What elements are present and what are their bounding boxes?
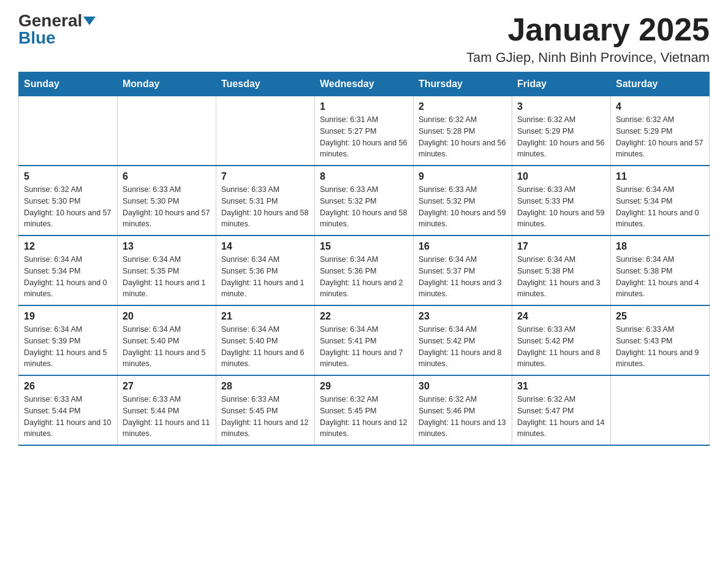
header-sunday: Sunday [19, 72, 118, 96]
day-info: Sunrise: 6:34 AMSunset: 5:41 PMDaylight:… [320, 324, 408, 370]
day-info: Sunrise: 6:34 AMSunset: 5:34 PMDaylight:… [24, 254, 112, 300]
header-tuesday: Tuesday [216, 72, 315, 96]
calendar-cell: 8Sunrise: 6:33 AMSunset: 5:32 PMDaylight… [315, 166, 414, 236]
logo-general-text: General [18, 12, 96, 29]
calendar-cell: 5Sunrise: 6:32 AMSunset: 5:30 PMDaylight… [19, 166, 118, 236]
day-number: 31 [517, 381, 605, 392]
day-number: 5 [24, 171, 112, 182]
day-number: 23 [419, 311, 507, 322]
calendar-cell: 12Sunrise: 6:34 AMSunset: 5:34 PMDayligh… [19, 236, 118, 305]
day-number: 17 [517, 241, 605, 252]
calendar-cell [611, 375, 710, 445]
day-info: Sunrise: 6:34 AMSunset: 5:40 PMDaylight:… [123, 324, 211, 370]
page-header: General Blue January 2025 Tam GJiep, Nin… [18, 12, 710, 66]
day-number: 6 [123, 171, 211, 182]
day-info: Sunrise: 6:32 AMSunset: 5:29 PMDaylight:… [517, 114, 605, 160]
calendar-cell [19, 96, 118, 166]
day-info: Sunrise: 6:33 AMSunset: 5:45 PMDaylight:… [221, 394, 309, 440]
day-number: 18 [616, 241, 704, 252]
day-number: 13 [123, 241, 211, 252]
day-number: 9 [419, 171, 507, 182]
day-info: Sunrise: 6:31 AMSunset: 5:27 PMDaylight:… [320, 114, 408, 160]
day-info: Sunrise: 6:34 AMSunset: 5:39 PMDaylight:… [24, 324, 112, 370]
calendar-cell: 9Sunrise: 6:33 AMSunset: 5:32 PMDaylight… [414, 166, 512, 236]
calendar-cell: 15Sunrise: 6:34 AMSunset: 5:36 PMDayligh… [315, 236, 414, 305]
day-info: Sunrise: 6:32 AMSunset: 5:47 PMDaylight:… [517, 394, 605, 440]
header-thursday: Thursday [414, 72, 512, 96]
calendar-cell: 13Sunrise: 6:34 AMSunset: 5:35 PMDayligh… [118, 236, 216, 305]
calendar-cell [118, 96, 216, 166]
day-number: 24 [517, 311, 605, 322]
calendar-cell: 11Sunrise: 6:34 AMSunset: 5:34 PMDayligh… [611, 166, 710, 236]
day-number: 1 [320, 101, 408, 112]
logo: General Blue [18, 12, 96, 47]
week-row-1: 1Sunrise: 6:31 AMSunset: 5:27 PMDaylight… [19, 96, 710, 166]
logo-triangle-icon [83, 17, 96, 25]
week-row-4: 19Sunrise: 6:34 AMSunset: 5:39 PMDayligh… [19, 305, 710, 375]
header-saturday: Saturday [611, 72, 710, 96]
day-number: 12 [24, 241, 112, 252]
day-info: Sunrise: 6:34 AMSunset: 5:40 PMDaylight:… [221, 324, 309, 370]
calendar-cell: 16Sunrise: 6:34 AMSunset: 5:37 PMDayligh… [414, 236, 512, 305]
calendar-cell: 26Sunrise: 6:33 AMSunset: 5:44 PMDayligh… [19, 375, 118, 445]
day-info: Sunrise: 6:32 AMSunset: 5:45 PMDaylight:… [320, 394, 408, 440]
day-info: Sunrise: 6:32 AMSunset: 5:28 PMDaylight:… [419, 114, 507, 160]
calendar-title: January 2025 [466, 12, 710, 47]
calendar-cell: 24Sunrise: 6:33 AMSunset: 5:42 PMDayligh… [512, 305, 611, 375]
calendar-cell: 7Sunrise: 6:33 AMSunset: 5:31 PMDaylight… [216, 166, 315, 236]
day-info: Sunrise: 6:34 AMSunset: 5:37 PMDaylight:… [419, 254, 507, 300]
day-number: 11 [616, 171, 704, 182]
title-block: January 2025 Tam GJiep, Ninh Binh Provin… [466, 12, 710, 66]
calendar-cell: 28Sunrise: 6:33 AMSunset: 5:45 PMDayligh… [216, 375, 315, 445]
week-row-2: 5Sunrise: 6:32 AMSunset: 5:30 PMDaylight… [19, 166, 710, 236]
day-number: 8 [320, 171, 408, 182]
day-number: 3 [517, 101, 605, 112]
day-number: 25 [616, 311, 704, 322]
day-info: Sunrise: 6:33 AMSunset: 5:44 PMDaylight:… [24, 394, 112, 440]
day-number: 14 [221, 241, 309, 252]
calendar-cell: 18Sunrise: 6:34 AMSunset: 5:38 PMDayligh… [611, 236, 710, 305]
day-info: Sunrise: 6:33 AMSunset: 5:30 PMDaylight:… [123, 184, 211, 230]
calendar-cell: 4Sunrise: 6:32 AMSunset: 5:29 PMDaylight… [611, 96, 710, 166]
day-info: Sunrise: 6:33 AMSunset: 5:32 PMDaylight:… [320, 184, 408, 230]
calendar-cell: 17Sunrise: 6:34 AMSunset: 5:38 PMDayligh… [512, 236, 611, 305]
day-info: Sunrise: 6:33 AMSunset: 5:43 PMDaylight:… [616, 324, 704, 370]
day-number: 7 [221, 171, 309, 182]
calendar-location: Tam GJiep, Ninh Binh Province, Vietnam [466, 50, 710, 66]
calendar-cell: 23Sunrise: 6:34 AMSunset: 5:42 PMDayligh… [414, 305, 512, 375]
calendar-cell: 29Sunrise: 6:32 AMSunset: 5:45 PMDayligh… [315, 375, 414, 445]
calendar-cell: 27Sunrise: 6:33 AMSunset: 5:44 PMDayligh… [118, 375, 216, 445]
day-info: Sunrise: 6:33 AMSunset: 5:31 PMDaylight:… [221, 184, 309, 230]
calendar-cell: 19Sunrise: 6:34 AMSunset: 5:39 PMDayligh… [19, 305, 118, 375]
day-number: 20 [123, 311, 211, 322]
day-info: Sunrise: 6:33 AMSunset: 5:32 PMDaylight:… [419, 184, 507, 230]
day-number: 28 [221, 381, 309, 392]
calendar-cell: 14Sunrise: 6:34 AMSunset: 5:36 PMDayligh… [216, 236, 315, 305]
calendar-cell: 20Sunrise: 6:34 AMSunset: 5:40 PMDayligh… [118, 305, 216, 375]
day-info: Sunrise: 6:34 AMSunset: 5:34 PMDaylight:… [616, 184, 704, 230]
calendar-table: SundayMondayTuesdayWednesdayThursdayFrid… [18, 72, 710, 446]
calendar-cell: 2Sunrise: 6:32 AMSunset: 5:28 PMDaylight… [414, 96, 512, 166]
calendar-cell: 30Sunrise: 6:32 AMSunset: 5:46 PMDayligh… [414, 375, 512, 445]
day-number: 22 [320, 311, 408, 322]
day-number: 30 [419, 381, 507, 392]
day-info: Sunrise: 6:34 AMSunset: 5:35 PMDaylight:… [123, 254, 211, 300]
calendar-cell: 31Sunrise: 6:32 AMSunset: 5:47 PMDayligh… [512, 375, 611, 445]
calendar-cell: 1Sunrise: 6:31 AMSunset: 5:27 PMDaylight… [315, 96, 414, 166]
calendar-cell [216, 96, 315, 166]
header-monday: Monday [118, 72, 216, 96]
calendar-cell: 25Sunrise: 6:33 AMSunset: 5:43 PMDayligh… [611, 305, 710, 375]
header-friday: Friday [512, 72, 611, 96]
day-info: Sunrise: 6:34 AMSunset: 5:36 PMDaylight:… [221, 254, 309, 300]
day-info: Sunrise: 6:34 AMSunset: 5:42 PMDaylight:… [419, 324, 507, 370]
day-number: 29 [320, 381, 408, 392]
day-info: Sunrise: 6:33 AMSunset: 5:33 PMDaylight:… [517, 184, 605, 230]
calendar-cell: 10Sunrise: 6:33 AMSunset: 5:33 PMDayligh… [512, 166, 611, 236]
day-info: Sunrise: 6:34 AMSunset: 5:38 PMDaylight:… [616, 254, 704, 300]
header-wednesday: Wednesday [315, 72, 414, 96]
calendar-cell: 22Sunrise: 6:34 AMSunset: 5:41 PMDayligh… [315, 305, 414, 375]
day-number: 21 [221, 311, 309, 322]
day-info: Sunrise: 6:34 AMSunset: 5:38 PMDaylight:… [517, 254, 605, 300]
day-number: 27 [123, 381, 211, 392]
day-info: Sunrise: 6:32 AMSunset: 5:46 PMDaylight:… [419, 394, 507, 440]
